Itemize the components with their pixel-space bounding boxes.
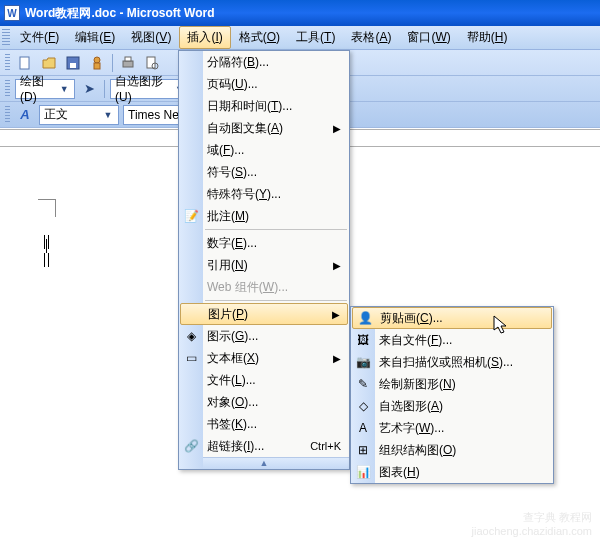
- menu-chevron-collapse[interactable]: ▲: [179, 457, 349, 469]
- menu-item-label: 分隔符(B)...: [207, 54, 269, 71]
- menu-item-label: 对象(O)...: [207, 394, 258, 411]
- select-objects-button[interactable]: ➤: [78, 78, 100, 100]
- menu-item-6[interactable]: 表格(A): [343, 26, 399, 49]
- menu-separator: [205, 300, 347, 301]
- insert-menu-item-9[interactable]: 数字(E)...: [179, 232, 349, 254]
- insert-menu-item-0[interactable]: 分隔符(B)...: [179, 51, 349, 73]
- svg-rect-5: [123, 61, 133, 67]
- toolbar-grip[interactable]: [5, 106, 10, 124]
- menu-item-8[interactable]: 帮助(H): [459, 26, 516, 49]
- menu-item-label: 符号(S)...: [207, 164, 257, 181]
- picture-submenu-item-5[interactable]: A艺术字(W)...: [351, 417, 553, 439]
- menu-item-label: 文件(L)...: [207, 372, 256, 389]
- menu-item-label: 数字(E)...: [207, 235, 257, 252]
- menu-item-7[interactable]: 窗口(W): [399, 26, 458, 49]
- insert-menu-item-1[interactable]: 页码(U)...: [179, 73, 349, 95]
- submenu-arrow-icon: ▶: [333, 123, 341, 134]
- submenu-arrow-icon: ▶: [333, 260, 341, 271]
- menu-item-label: 图表(H): [379, 464, 420, 481]
- menu-item-5[interactable]: 工具(T): [288, 26, 343, 49]
- comment-icon: 📝: [183, 208, 199, 224]
- toolbar-grip[interactable]: [5, 80, 10, 98]
- margin-corner-mark: [38, 199, 56, 217]
- menu-item-0[interactable]: 文件(F): [12, 26, 67, 49]
- insert-menu-item-3[interactable]: 自动图文集(A)▶: [179, 117, 349, 139]
- insert-menu-item-4[interactable]: 域(F)...: [179, 139, 349, 161]
- watermark-text: 查字典 教程网jiaocheng.chazidian.com: [472, 510, 592, 538]
- insert-menu-item-13[interactable]: 图片(P)▶: [180, 303, 348, 325]
- menu-item-label: 自动图文集(A): [207, 120, 283, 137]
- picture-submenu-item-3[interactable]: ✎绘制新图形(N): [351, 373, 553, 395]
- picture-submenu-item-1[interactable]: 🖼来自文件(F)...: [351, 329, 553, 351]
- submenu-arrow-icon: ▶: [333, 353, 341, 364]
- menu-separator: [205, 229, 347, 230]
- menu-item-label: 文本框(X): [207, 350, 259, 367]
- print-button[interactable]: [117, 52, 139, 74]
- link-icon: 🔗: [183, 438, 199, 454]
- insert-menu-item-10[interactable]: 引用(N)▶: [179, 254, 349, 276]
- print-preview-button[interactable]: [141, 52, 163, 74]
- menu-item-4[interactable]: 格式(O): [231, 26, 288, 49]
- draw-menu-button[interactable]: 绘图(D)▼: [15, 79, 75, 99]
- toolbar-grip[interactable]: [5, 54, 10, 72]
- insert-menu-item-17[interactable]: 对象(O)...: [179, 391, 349, 413]
- insert-menu-item-15[interactable]: ▭文本框(X)▶: [179, 347, 349, 369]
- menu-item-label: 自选图形(A): [379, 398, 443, 415]
- menu-item-label: 书签(K)...: [207, 416, 257, 433]
- menu-item-label: 超链接(I)...: [207, 438, 264, 455]
- picture-submenu-item-7[interactable]: 📊图表(H): [351, 461, 553, 483]
- menu-item-label: 来自扫描仪或照相机(S)...: [379, 354, 513, 371]
- insert-menu-item-7[interactable]: 📝批注(M): [179, 205, 349, 227]
- menu-bar: 文件(F)编辑(E)视图(V)插入(I)格式(O)工具(T)表格(A)窗口(W)…: [0, 26, 600, 50]
- insert-menu-item-19[interactable]: 🔗超链接(I)...Ctrl+K: [179, 435, 349, 457]
- permission-button[interactable]: [86, 52, 108, 74]
- word-app-icon: W: [4, 5, 20, 21]
- menu-item-label: 艺术字(W)...: [379, 420, 444, 437]
- scanner-icon: 📷: [355, 354, 371, 370]
- menu-item-1[interactable]: 编辑(E): [67, 26, 123, 49]
- textbox-icon: ▭: [183, 350, 199, 366]
- svg-rect-6: [125, 57, 131, 61]
- toolbar-grip[interactable]: [2, 29, 10, 46]
- picture-submenu-item-6[interactable]: ⊞组织结构图(O): [351, 439, 553, 461]
- window-title: Word教程网.doc - Microsoft Word: [25, 5, 596, 22]
- menu-item-label: 域(F)...: [207, 142, 244, 159]
- submenu-arrow-icon: ▶: [332, 309, 340, 320]
- wordart-icon: A: [355, 420, 371, 436]
- file-icon: 🖼: [355, 332, 371, 348]
- shortcut-label: Ctrl+K: [310, 440, 341, 452]
- menu-item-label: 批注(M): [207, 208, 249, 225]
- insert-menu-item-14[interactable]: ◈图示(G)...: [179, 325, 349, 347]
- svg-rect-7: [147, 57, 155, 68]
- picture-submenu-item-4[interactable]: ◇自选图形(A): [351, 395, 553, 417]
- menu-item-3[interactable]: 插入(I): [179, 26, 230, 49]
- menu-item-label: 日期和时间(T)...: [207, 98, 292, 115]
- insert-menu-item-6[interactable]: 特殊符号(Y)...: [179, 183, 349, 205]
- insert-menu-item-11: Web 组件(W)...: [179, 276, 349, 298]
- picture-submenu-item-2[interactable]: 📷来自扫描仪或照相机(S)...: [351, 351, 553, 373]
- picture-submenu-item-0[interactable]: 👤剪贴画(C)...: [352, 307, 552, 329]
- format-painter-icon[interactable]: A: [14, 104, 36, 126]
- svg-rect-4: [94, 63, 100, 69]
- insert-menu-item-16[interactable]: 文件(L)...: [179, 369, 349, 391]
- insert-menu-item-2[interactable]: 日期和时间(T)...: [179, 95, 349, 117]
- open-button[interactable]: [38, 52, 60, 74]
- picture-submenu: 👤剪贴画(C)...🖼来自文件(F)...📷来自扫描仪或照相机(S)...✎绘制…: [350, 306, 554, 484]
- title-bar: W Word教程网.doc - Microsoft Word: [0, 0, 600, 26]
- menu-item-2[interactable]: 视图(V): [123, 26, 179, 49]
- insert-menu-item-5[interactable]: 符号(S)...: [179, 161, 349, 183]
- style-selector[interactable]: 正文▼: [39, 105, 119, 125]
- menu-item-label: 特殊符号(Y)...: [207, 186, 281, 203]
- orgchart-icon: ⊞: [355, 442, 371, 458]
- menu-item-label: 组织结构图(O): [379, 442, 456, 459]
- text-cursor: [46, 239, 47, 253]
- save-button[interactable]: [62, 52, 84, 74]
- menu-item-label: 来自文件(F)...: [379, 332, 452, 349]
- menu-item-label: 图片(P): [208, 306, 248, 323]
- menu-item-label: 图示(G)...: [207, 328, 258, 345]
- menu-item-label: 剪贴画(C)...: [380, 310, 443, 327]
- new-doc-button[interactable]: [14, 52, 36, 74]
- insert-menu-item-18[interactable]: 书签(K)...: [179, 413, 349, 435]
- diagram-icon: ◈: [183, 328, 199, 344]
- menu-item-label: 绘制新图形(N): [379, 376, 456, 393]
